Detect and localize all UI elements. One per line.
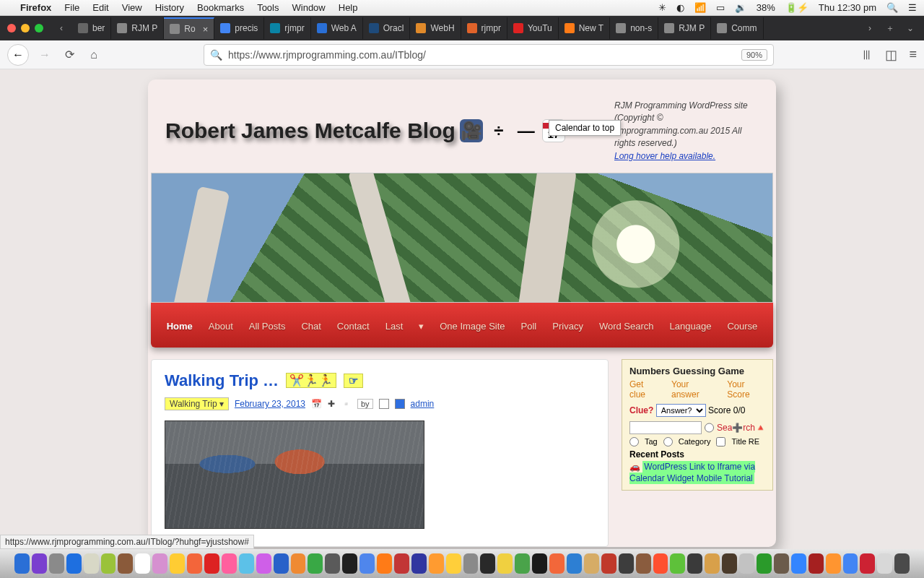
browser-tab[interactable]: rjmpr	[264, 17, 310, 39]
status-icon[interactable]: ✳︎	[658, 2, 666, 13]
dock-app[interactable]	[601, 553, 616, 574]
search-input[interactable]	[629, 421, 702, 434]
nav-poll[interactable]: Poll	[521, 321, 537, 332]
nav-home[interactable]: Home	[167, 321, 193, 332]
dock-app[interactable]	[291, 553, 306, 574]
dock-app[interactable]	[791, 553, 806, 574]
dock-app[interactable]	[515, 553, 530, 574]
post-date-link[interactable]: February 23, 2013	[235, 399, 305, 409]
new-tab-button[interactable]: ＋	[881, 19, 899, 38]
app-name[interactable]: Firefox	[20, 2, 51, 13]
dock-app[interactable]	[429, 553, 444, 574]
dock-app[interactable]	[394, 553, 409, 574]
dock-app[interactable]	[274, 553, 289, 574]
nav-allposts[interactable]: All Posts	[249, 321, 286, 332]
home-button[interactable]: ⌂	[85, 46, 103, 64]
dock-app[interactable]	[204, 553, 219, 574]
dock-app[interactable]	[446, 553, 461, 574]
dock-app[interactable]	[152, 553, 167, 574]
menu-file[interactable]: File	[64, 2, 79, 13]
dock-app[interactable]	[808, 553, 824, 574]
dock-app[interactable]	[187, 553, 202, 574]
radio-tag[interactable]	[629, 437, 639, 447]
author-link[interactable]: admin	[411, 399, 435, 409]
nav-course[interactable]: Course	[727, 321, 757, 332]
battery-icon[interactable]: 🔋⚡	[785, 2, 808, 13]
dock-app[interactable]	[843, 553, 858, 574]
dock-app[interactable]	[670, 553, 685, 574]
dock-app[interactable]	[308, 553, 323, 574]
dock-app[interactable]	[619, 553, 634, 574]
dock-app[interactable]	[774, 553, 789, 574]
dock-app[interactable]	[222, 553, 237, 574]
menu-view[interactable]: View	[122, 2, 142, 13]
camera-icon[interactable]: 🎥	[460, 119, 483, 142]
forward-button[interactable]: →	[36, 46, 53, 64]
browser-tab[interactable]: rjmpr	[461, 17, 507, 39]
dock-app[interactable]	[342, 553, 357, 574]
dock-app[interactable]	[239, 553, 254, 574]
check-title[interactable]	[716, 437, 725, 447]
dock-app[interactable]	[722, 553, 737, 574]
blue-square-icon[interactable]	[395, 399, 405, 409]
sidebar-icon[interactable]: ◫	[885, 47, 897, 63]
dock-app[interactable]	[584, 553, 599, 574]
nav-contact[interactable]: Contact	[337, 321, 370, 332]
wifi-icon[interactable]: 📶	[694, 2, 706, 13]
dock-app[interactable]	[497, 553, 513, 574]
browser-tab[interactable]: ber	[72, 17, 111, 39]
dock-app[interactable]	[894, 553, 910, 574]
category-chip[interactable]: Walking Trip ▾	[165, 397, 229, 410]
dock-app[interactable]	[101, 553, 116, 574]
close-tab-icon[interactable]: ×	[203, 24, 209, 35]
dock-app[interactable]	[463, 553, 479, 574]
browser-tab[interactable]: Oracl	[363, 17, 411, 39]
menu-tools[interactable]: Tools	[257, 2, 279, 13]
menu-edit[interactable]: Edit	[92, 2, 108, 13]
menu-bookmarks[interactable]: Bookmarks	[197, 2, 244, 13]
browser-tab[interactable]: WebH	[410, 17, 461, 39]
browser-tab[interactable]: Comm	[711, 17, 763, 39]
volume-icon[interactable]: 🔉	[735, 2, 746, 13]
search-mode-radio[interactable]	[705, 421, 714, 434]
url-bar[interactable]: 🔍 https://www.rjmprogramming.com.au/ITbl…	[204, 44, 774, 66]
pointer-badge[interactable]: ☞	[344, 374, 363, 388]
dock-app[interactable]	[549, 553, 565, 574]
library-icon[interactable]: ⫼	[860, 47, 873, 63]
clock[interactable]: Thu 12:30 pm	[819, 2, 876, 13]
browser-tab[interactable]: RJM P	[658, 17, 711, 39]
emoji-badge[interactable]: ✂️🏃🏃	[286, 373, 336, 388]
dock-app[interactable]	[170, 553, 185, 574]
dock-app[interactable]	[705, 553, 720, 574]
recent-post-link[interactable]: WordPress Link to Iframe via Calendar Wi…	[629, 461, 755, 484]
divide-icon[interactable]: ÷	[487, 119, 510, 142]
browser-tab[interactable]: RJM P	[111, 17, 164, 39]
browser-tab[interactable]: New T	[559, 17, 610, 39]
dock-app[interactable]	[84, 553, 99, 574]
nav-chat[interactable]: Chat	[301, 321, 321, 332]
minus-icon[interactable]: —	[515, 119, 538, 142]
dock-app[interactable]	[359, 553, 375, 574]
browser-tab[interactable]: Web A	[311, 17, 363, 39]
dock-app[interactable]	[32, 553, 47, 574]
zoom-badge[interactable]: 90%	[741, 49, 767, 61]
cal-mini-icon[interactable]: 📅	[311, 399, 322, 409]
status-icon[interactable]: ◐	[676, 2, 684, 13]
nav-oneimage[interactable]: One Image Site	[440, 321, 505, 332]
flag-icon[interactable]: ▫️	[341, 399, 352, 409]
menu-help[interactable]: Help	[339, 2, 358, 13]
plus-icon[interactable]: ✚	[328, 399, 335, 409]
nav-last[interactable]: Last	[385, 321, 404, 332]
nav-about[interactable]: About	[209, 321, 233, 332]
dock-app[interactable]	[325, 553, 340, 574]
minimize-window[interactable]	[21, 24, 30, 33]
browser-tab[interactable]: precis	[214, 17, 264, 39]
dock-app[interactable]	[739, 553, 754, 574]
nav-wordsearch[interactable]: Word Search	[599, 321, 654, 332]
dock-app[interactable]	[66, 553, 82, 574]
dock-app[interactable]	[14, 553, 30, 574]
browser-tab[interactable]: YouTu	[507, 17, 559, 39]
dock-app[interactable]	[653, 553, 668, 574]
zoom-window[interactable]	[35, 24, 43, 33]
dock-app[interactable]	[757, 553, 772, 574]
